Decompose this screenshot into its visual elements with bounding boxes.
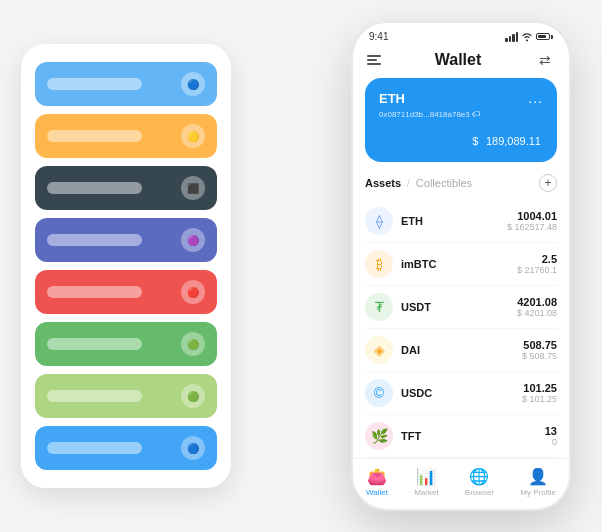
card-item[interactable]: 🟢: [35, 322, 217, 366]
nav-icon-my-profile: 👤: [528, 467, 548, 486]
eth-card: ETH ... 0x08711d3b...8418a78e3 🏷 $ 189,0…: [365, 78, 557, 162]
bottom-nav: 👛Wallet📊Market🌐Browser👤My Profile: [353, 458, 569, 509]
nav-item-market[interactable]: 📊Market: [414, 467, 438, 497]
nav-item-wallet[interactable]: 👛Wallet: [366, 467, 388, 497]
card-item-bar: [47, 286, 142, 298]
expand-icon[interactable]: ⇄: [535, 50, 555, 70]
asset-list: ⟠ETH1004.01$ 162517.48₿imBTC2.5$ 21760.1…: [365, 200, 557, 458]
nav-label-my-profile: My Profile: [520, 488, 556, 497]
tab-collectibles[interactable]: Collectibles: [416, 177, 472, 189]
time: 9:41: [369, 31, 388, 42]
card-item-bar: [47, 130, 142, 142]
asset-icon-imbtc: ₿: [365, 250, 393, 278]
scene: 🔵🟡⬛🟣🔴🟢🟢🔵 9:41: [21, 21, 581, 511]
asset-item[interactable]: 🌿TFT130: [365, 415, 557, 458]
asset-name-usdt: USDT: [401, 301, 517, 313]
nav-item-browser[interactable]: 🌐Browser: [465, 467, 494, 497]
asset-amount-tft: 13: [545, 425, 557, 437]
card-stack: 🔵🟡⬛🟣🔴🟢🟢🔵: [21, 44, 231, 488]
eth-card-menu[interactable]: ...: [528, 90, 543, 106]
eth-card-symbol: ETH: [379, 91, 405, 106]
asset-item[interactable]: ₮USDT4201.08$ 4201.08: [365, 286, 557, 329]
nav-item-my-profile[interactable]: 👤My Profile: [520, 467, 556, 497]
card-item[interactable]: 🟡: [35, 114, 217, 158]
asset-usd-usdt: $ 4201.08: [517, 308, 557, 318]
eth-card-address: 0x08711d3b...8418a78e3 🏷: [379, 110, 543, 119]
asset-amount-imbtc: 2.5: [517, 253, 557, 265]
phone-header: Wallet ⇄: [353, 46, 569, 78]
nav-icon-market: 📊: [416, 467, 436, 486]
asset-icon-eth: ⟠: [365, 207, 393, 235]
card-item-bar: [47, 78, 142, 90]
asset-name-tft: TFT: [401, 430, 545, 442]
asset-item[interactable]: ©USDC101.25$ 101.25: [365, 372, 557, 415]
asset-usd-imbtc: $ 21760.1: [517, 265, 557, 275]
card-item[interactable]: 🟢: [35, 374, 217, 418]
asset-balance-imbtc: 2.5$ 21760.1: [517, 253, 557, 275]
wifi-icon: [521, 32, 533, 42]
asset-amount-usdc: 101.25: [522, 382, 557, 394]
assets-tabs: Assets / Collectibles: [365, 177, 472, 189]
eth-card-balance: $ 189,089.11: [379, 127, 543, 150]
card-item-bar: [47, 390, 142, 402]
asset-balance-usdt: 4201.08$ 4201.08: [517, 296, 557, 318]
card-item[interactable]: 🔵: [35, 62, 217, 106]
card-item[interactable]: 🔴: [35, 270, 217, 314]
asset-icon-usdt: ₮: [365, 293, 393, 321]
asset-amount-eth: 1004.01: [507, 210, 557, 222]
asset-name-imbtc: imBTC: [401, 258, 517, 270]
asset-usd-dai: $ 508.75: [522, 351, 557, 361]
tab-separator: /: [407, 178, 410, 189]
asset-usd-tft: 0: [545, 437, 557, 447]
asset-icon-usdc: ©: [365, 379, 393, 407]
asset-name-usdc: USDC: [401, 387, 522, 399]
menu-icon[interactable]: [367, 55, 381, 65]
card-item-icon: 🔴: [181, 280, 205, 304]
asset-icon-dai: ◈: [365, 336, 393, 364]
battery-icon: [536, 33, 553, 40]
asset-balance-eth: 1004.01$ 162517.48: [507, 210, 557, 232]
card-item[interactable]: ⬛: [35, 166, 217, 210]
nav-icon-browser: 🌐: [469, 467, 489, 486]
eth-card-header: ETH ...: [379, 90, 543, 106]
add-asset-button[interactable]: +: [539, 174, 557, 192]
page-title: Wallet: [381, 51, 535, 69]
signal-icon: [505, 32, 518, 42]
asset-amount-dai: 508.75: [522, 339, 557, 351]
card-item-bar: [47, 338, 142, 350]
card-item-icon: ⬛: [181, 176, 205, 200]
card-item[interactable]: 🔵: [35, 426, 217, 470]
card-item-icon: 🟣: [181, 228, 205, 252]
card-item-icon: 🟡: [181, 124, 205, 148]
card-item-icon: 🔵: [181, 436, 205, 460]
status-bar: 9:41: [353, 23, 569, 46]
nav-label-wallet: Wallet: [366, 488, 388, 497]
nav-label-market: Market: [414, 488, 438, 497]
asset-item[interactable]: ⟠ETH1004.01$ 162517.48: [365, 200, 557, 243]
card-item-bar: [47, 234, 142, 246]
card-item-icon: 🟢: [181, 332, 205, 356]
asset-item[interactable]: ◈DAI508.75$ 508.75: [365, 329, 557, 372]
phone-content: ETH ... 0x08711d3b...8418a78e3 🏷 $ 189,0…: [353, 78, 569, 458]
card-item-icon: 🔵: [181, 72, 205, 96]
card-item-icon: 🟢: [181, 384, 205, 408]
asset-balance-usdc: 101.25$ 101.25: [522, 382, 557, 404]
asset-usd-eth: $ 162517.48: [507, 222, 557, 232]
asset-balance-tft: 130: [545, 425, 557, 447]
assets-header: Assets / Collectibles +: [365, 174, 557, 192]
tab-assets[interactable]: Assets: [365, 177, 401, 189]
asset-item[interactable]: ₿imBTC2.5$ 21760.1: [365, 243, 557, 286]
asset-balance-dai: 508.75$ 508.75: [522, 339, 557, 361]
card-item-bar: [47, 182, 142, 194]
asset-name-eth: ETH: [401, 215, 507, 227]
card-item[interactable]: 🟣: [35, 218, 217, 262]
phone: 9:41 Walle: [351, 21, 571, 511]
asset-usd-usdc: $ 101.25: [522, 394, 557, 404]
asset-name-dai: DAI: [401, 344, 522, 356]
nav-icon-wallet: 👛: [367, 467, 387, 486]
asset-amount-usdt: 4201.08: [517, 296, 557, 308]
asset-icon-tft: 🌿: [365, 422, 393, 450]
status-icons: [505, 32, 553, 42]
card-item-bar: [47, 442, 142, 454]
nav-label-browser: Browser: [465, 488, 494, 497]
